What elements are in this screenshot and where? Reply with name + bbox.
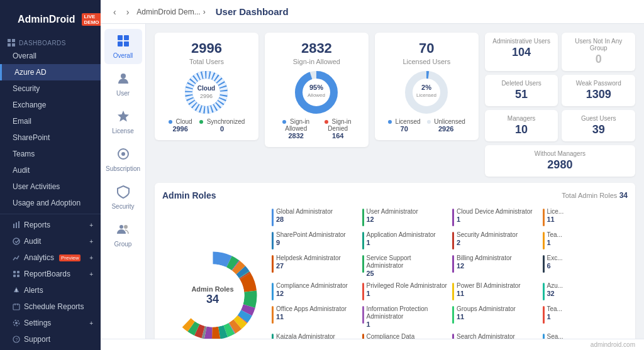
role-info-groups: Groups Administrator 11 xyxy=(457,305,516,320)
back-button[interactable]: ‹ xyxy=(111,6,119,18)
sidebar-item-audit[interactable]: Audit xyxy=(0,162,101,178)
subnav-overall[interactable]: Overall xyxy=(104,29,142,64)
signin-number: 2832 xyxy=(275,40,358,57)
role-color-compliance-data xyxy=(362,334,364,339)
sidebar-item-sharepoint[interactable]: SharePoint xyxy=(0,129,101,146)
main: ‹ › AdminDroid Dem... › User Dashboard O… xyxy=(101,0,644,350)
subnav-security[interactable]: Security xyxy=(104,180,142,215)
sidebar-item-reportboards[interactable]: ReportBoards + xyxy=(0,266,101,282)
sidebar-item-reports[interactable]: Reports + xyxy=(0,217,101,233)
subscription-icon xyxy=(116,147,130,164)
role-item-7: Tea... 1 xyxy=(543,230,628,251)
sidebar-item-email[interactable]: Email xyxy=(0,113,101,129)
subnav-user[interactable]: User xyxy=(104,67,142,102)
role-color-user-admin xyxy=(362,209,364,226)
sidebar-item-usage-adoption[interactable]: Usage and Adoption xyxy=(0,195,101,211)
role-info-global-admin: Global Administrator 28 xyxy=(276,208,333,223)
security-icon xyxy=(116,185,130,202)
role-info-tea2: Tea... 1 xyxy=(547,305,562,320)
svg-rect-4 xyxy=(8,43,11,46)
role-item-6: Security Administrator 2 xyxy=(452,230,538,251)
role-color-tea1 xyxy=(543,232,545,249)
role-info-helpdesk: Helpdesk Administrator 27 xyxy=(276,254,341,270)
subnav: Overall User License Subscription xyxy=(101,24,146,339)
role-item-1: User Administrator 12 xyxy=(362,207,448,227)
group-icon xyxy=(116,222,130,239)
svg-rect-15 xyxy=(16,292,17,292)
sidebar-item-audit-nav[interactable]: Audit + xyxy=(0,233,101,249)
role-color-billing xyxy=(452,255,454,273)
svg-rect-26 xyxy=(124,41,129,46)
role-info-search-admin: Search Administrator 11 xyxy=(457,333,515,339)
not-any-group-card: Users Not In Any Group 0 xyxy=(562,33,635,71)
role-color-app-admin xyxy=(362,232,364,249)
sidebar-item-analytics[interactable]: Analytics Preview + xyxy=(0,249,101,266)
licensed-users-card: 70 Licensed Users 2% Licensed xyxy=(375,33,479,140)
svg-rect-13 xyxy=(17,275,19,277)
analytics-preview-badge: Preview xyxy=(59,254,80,261)
role-color-compliance xyxy=(272,283,274,300)
sidebar-item-schedule-reports[interactable]: Schedule Reports xyxy=(0,298,101,315)
sidebar-item-support[interactable]: ? Support xyxy=(0,331,101,347)
signin-allowed-card: 2832 Sign-in Allowed 95% Allowed xyxy=(265,33,369,147)
role-item-15: Azu... 32 xyxy=(543,281,628,302)
svg-rect-23 xyxy=(118,35,123,40)
role-color-security-admin xyxy=(452,232,454,249)
managers-card: Managers 10 xyxy=(485,110,558,141)
svg-point-19 xyxy=(15,322,18,324)
subnav-subscription[interactable]: Subscription xyxy=(104,142,142,177)
dashboards-section: Dashboards xyxy=(0,36,101,48)
sidebar-item-teams[interactable]: Teams xyxy=(0,146,101,162)
logo: A AdminDroid LIVE DEMO xyxy=(6,6,94,33)
role-color-privileged-role xyxy=(362,283,364,300)
role-item-22: Search Administrator 11 xyxy=(452,332,538,339)
role-item-12: Compliance Administrator 12 xyxy=(272,281,357,302)
role-info-app-admin: Application Administrator 1 xyxy=(367,231,436,246)
reports-expand-icon: + xyxy=(89,222,93,229)
admin-roles-card: Admin Roles Total Admin Roles 34 xyxy=(155,183,635,339)
subnav-group[interactable]: Group xyxy=(104,217,142,253)
weak-password-card: Weak Password 1309 xyxy=(562,75,635,106)
forward-button[interactable]: › xyxy=(124,6,132,18)
schedule-icon xyxy=(13,303,20,310)
audit-icon xyxy=(13,238,20,245)
sidebar-item-azure-ad[interactable]: Azure AD xyxy=(0,64,101,80)
role-color-sea xyxy=(543,334,545,339)
role-info-tea1: Tea... 1 xyxy=(547,231,562,246)
role-color-info-protection xyxy=(362,306,364,324)
role-info-lice: Lice... 11 xyxy=(547,208,564,223)
overall-icon xyxy=(116,34,130,51)
stats-top-row: 2996 Total Users Cloud 2996 xyxy=(155,33,635,177)
total-users-label: Total Users xyxy=(165,58,248,65)
svg-rect-16 xyxy=(13,304,19,310)
role-item-5: Application Administrator 1 xyxy=(362,230,448,251)
svg-rect-12 xyxy=(13,275,16,277)
role-color-helpdesk xyxy=(272,255,274,273)
role-color-kaizala xyxy=(272,334,274,339)
role-color-office-apps xyxy=(272,306,274,324)
sidebar-item-user-activities[interactable]: User Activities xyxy=(0,178,101,195)
roles-list: Global Administrator 28 User Administrat… xyxy=(272,207,628,339)
sidebar-item-settings[interactable]: Settings + xyxy=(0,315,101,331)
role-color-search-admin xyxy=(452,334,454,339)
small-stats-grid: Administrative Users 104 Users Not In An… xyxy=(485,33,635,177)
sidebar-item-security[interactable]: Security xyxy=(0,80,101,97)
dashboard: 2996 Total Users Cloud 2996 xyxy=(146,24,644,339)
role-info-office-apps: Office Apps Administrator 11 xyxy=(276,305,347,320)
unlicensed-dot xyxy=(427,120,431,124)
signin-main: 2832 Sign-in Allowed xyxy=(275,40,358,65)
small-stats-area: Administrative Users 104 Users Not In An… xyxy=(485,33,635,177)
deleted-users-card: Deleted Users 51 xyxy=(485,75,558,106)
svg-rect-7 xyxy=(16,222,17,228)
svg-rect-10 xyxy=(13,271,16,273)
role-info-powerbi: Power BI Administrator 11 xyxy=(457,282,521,297)
roles-donut-chart: Admin Roles 34 xyxy=(162,207,263,339)
page-title: User Dashboard xyxy=(216,6,289,17)
subnav-license[interactable]: License xyxy=(104,104,142,139)
sidebar-item-alerts[interactable]: Alerts xyxy=(0,282,101,298)
logo-area: A AdminDroid LIVE DEMO xyxy=(0,0,101,36)
role-item-19: Tea... 1 xyxy=(543,304,628,329)
sidebar-item-exchange[interactable]: Exchange xyxy=(0,97,101,113)
sidebar-item-overall[interactable]: Overall xyxy=(0,48,101,64)
role-info-service-support: Service Support Administrator 25 xyxy=(367,254,448,277)
